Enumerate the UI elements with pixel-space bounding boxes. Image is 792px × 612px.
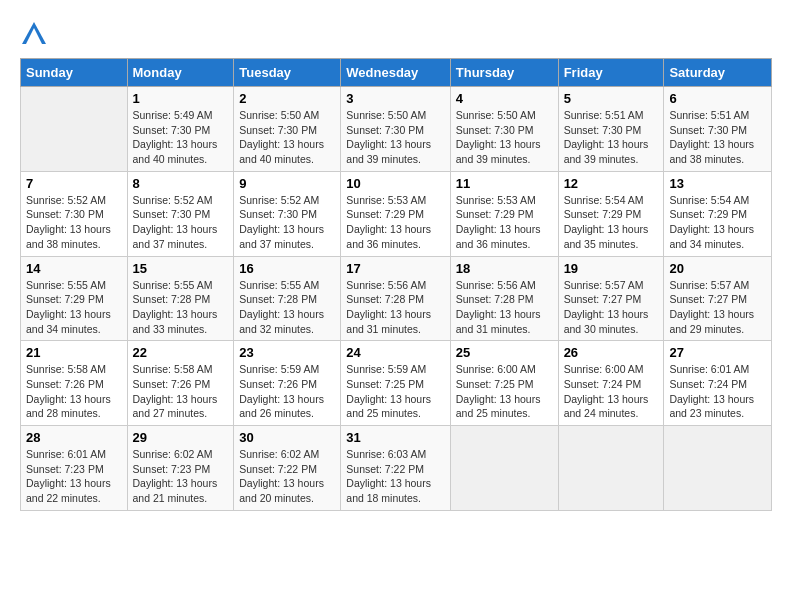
day-info: Sunrise: 5:50 AM Sunset: 7:30 PM Dayligh… bbox=[346, 108, 444, 167]
day-of-week-header: Thursday bbox=[450, 59, 558, 87]
day-info: Sunrise: 6:02 AM Sunset: 7:22 PM Dayligh… bbox=[239, 447, 335, 506]
day-of-week-header: Friday bbox=[558, 59, 664, 87]
day-info: Sunrise: 5:50 AM Sunset: 7:30 PM Dayligh… bbox=[456, 108, 553, 167]
calendar-cell: 19Sunrise: 5:57 AM Sunset: 7:27 PM Dayli… bbox=[558, 256, 664, 341]
calendar-cell: 31Sunrise: 6:03 AM Sunset: 7:22 PM Dayli… bbox=[341, 426, 450, 511]
day-number: 29 bbox=[133, 430, 229, 445]
calendar-cell: 13Sunrise: 5:54 AM Sunset: 7:29 PM Dayli… bbox=[664, 171, 772, 256]
page-header bbox=[20, 20, 772, 48]
calendar-cell: 3Sunrise: 5:50 AM Sunset: 7:30 PM Daylig… bbox=[341, 87, 450, 172]
days-header-row: SundayMondayTuesdayWednesdayThursdayFrid… bbox=[21, 59, 772, 87]
day-info: Sunrise: 5:57 AM Sunset: 7:27 PM Dayligh… bbox=[564, 278, 659, 337]
calendar-cell: 2Sunrise: 5:50 AM Sunset: 7:30 PM Daylig… bbox=[234, 87, 341, 172]
day-number: 12 bbox=[564, 176, 659, 191]
day-number: 22 bbox=[133, 345, 229, 360]
calendar-cell: 10Sunrise: 5:53 AM Sunset: 7:29 PM Dayli… bbox=[341, 171, 450, 256]
day-info: Sunrise: 5:58 AM Sunset: 7:26 PM Dayligh… bbox=[133, 362, 229, 421]
day-info: Sunrise: 6:03 AM Sunset: 7:22 PM Dayligh… bbox=[346, 447, 444, 506]
day-info: Sunrise: 5:53 AM Sunset: 7:29 PM Dayligh… bbox=[346, 193, 444, 252]
day-number: 17 bbox=[346, 261, 444, 276]
calendar-cell: 1Sunrise: 5:49 AM Sunset: 7:30 PM Daylig… bbox=[127, 87, 234, 172]
day-info: Sunrise: 6:00 AM Sunset: 7:24 PM Dayligh… bbox=[564, 362, 659, 421]
day-number: 6 bbox=[669, 91, 766, 106]
day-info: Sunrise: 5:54 AM Sunset: 7:29 PM Dayligh… bbox=[564, 193, 659, 252]
calendar-cell: 15Sunrise: 5:55 AM Sunset: 7:28 PM Dayli… bbox=[127, 256, 234, 341]
day-info: Sunrise: 6:01 AM Sunset: 7:23 PM Dayligh… bbox=[26, 447, 122, 506]
calendar-cell: 17Sunrise: 5:56 AM Sunset: 7:28 PM Dayli… bbox=[341, 256, 450, 341]
day-info: Sunrise: 5:58 AM Sunset: 7:26 PM Dayligh… bbox=[26, 362, 122, 421]
day-info: Sunrise: 5:55 AM Sunset: 7:29 PM Dayligh… bbox=[26, 278, 122, 337]
day-number: 24 bbox=[346, 345, 444, 360]
day-info: Sunrise: 5:56 AM Sunset: 7:28 PM Dayligh… bbox=[346, 278, 444, 337]
calendar-cell: 6Sunrise: 5:51 AM Sunset: 7:30 PM Daylig… bbox=[664, 87, 772, 172]
logo-icon bbox=[20, 20, 48, 48]
day-number: 30 bbox=[239, 430, 335, 445]
day-of-week-header: Wednesday bbox=[341, 59, 450, 87]
calendar-cell: 26Sunrise: 6:00 AM Sunset: 7:24 PM Dayli… bbox=[558, 341, 664, 426]
calendar-cell: 25Sunrise: 6:00 AM Sunset: 7:25 PM Dayli… bbox=[450, 341, 558, 426]
day-number: 26 bbox=[564, 345, 659, 360]
day-number: 16 bbox=[239, 261, 335, 276]
day-of-week-header: Sunday bbox=[21, 59, 128, 87]
day-number: 23 bbox=[239, 345, 335, 360]
day-number: 14 bbox=[26, 261, 122, 276]
calendar-cell: 20Sunrise: 5:57 AM Sunset: 7:27 PM Dayli… bbox=[664, 256, 772, 341]
day-number: 21 bbox=[26, 345, 122, 360]
day-number: 8 bbox=[133, 176, 229, 191]
day-number: 13 bbox=[669, 176, 766, 191]
day-info: Sunrise: 5:50 AM Sunset: 7:30 PM Dayligh… bbox=[239, 108, 335, 167]
calendar-week-row: 28Sunrise: 6:01 AM Sunset: 7:23 PM Dayli… bbox=[21, 426, 772, 511]
day-number: 19 bbox=[564, 261, 659, 276]
day-number: 4 bbox=[456, 91, 553, 106]
calendar-cell: 29Sunrise: 6:02 AM Sunset: 7:23 PM Dayli… bbox=[127, 426, 234, 511]
calendar-cell: 8Sunrise: 5:52 AM Sunset: 7:30 PM Daylig… bbox=[127, 171, 234, 256]
day-info: Sunrise: 6:02 AM Sunset: 7:23 PM Dayligh… bbox=[133, 447, 229, 506]
day-number: 18 bbox=[456, 261, 553, 276]
calendar-cell: 7Sunrise: 5:52 AM Sunset: 7:30 PM Daylig… bbox=[21, 171, 128, 256]
calendar-cell: 16Sunrise: 5:55 AM Sunset: 7:28 PM Dayli… bbox=[234, 256, 341, 341]
day-number: 31 bbox=[346, 430, 444, 445]
day-of-week-header: Monday bbox=[127, 59, 234, 87]
day-number: 10 bbox=[346, 176, 444, 191]
day-number: 28 bbox=[26, 430, 122, 445]
calendar-cell: 5Sunrise: 5:51 AM Sunset: 7:30 PM Daylig… bbox=[558, 87, 664, 172]
calendar-cell: 27Sunrise: 6:01 AM Sunset: 7:24 PM Dayli… bbox=[664, 341, 772, 426]
day-info: Sunrise: 5:55 AM Sunset: 7:28 PM Dayligh… bbox=[239, 278, 335, 337]
day-number: 1 bbox=[133, 91, 229, 106]
day-info: Sunrise: 5:49 AM Sunset: 7:30 PM Dayligh… bbox=[133, 108, 229, 167]
day-info: Sunrise: 5:56 AM Sunset: 7:28 PM Dayligh… bbox=[456, 278, 553, 337]
day-info: Sunrise: 5:52 AM Sunset: 7:30 PM Dayligh… bbox=[133, 193, 229, 252]
day-info: Sunrise: 5:57 AM Sunset: 7:27 PM Dayligh… bbox=[669, 278, 766, 337]
day-number: 25 bbox=[456, 345, 553, 360]
day-info: Sunrise: 5:54 AM Sunset: 7:29 PM Dayligh… bbox=[669, 193, 766, 252]
calendar-cell: 14Sunrise: 5:55 AM Sunset: 7:29 PM Dayli… bbox=[21, 256, 128, 341]
calendar-cell: 30Sunrise: 6:02 AM Sunset: 7:22 PM Dayli… bbox=[234, 426, 341, 511]
day-info: Sunrise: 6:00 AM Sunset: 7:25 PM Dayligh… bbox=[456, 362, 553, 421]
calendar-cell: 9Sunrise: 5:52 AM Sunset: 7:30 PM Daylig… bbox=[234, 171, 341, 256]
day-of-week-header: Tuesday bbox=[234, 59, 341, 87]
day-number: 9 bbox=[239, 176, 335, 191]
day-of-week-header: Saturday bbox=[664, 59, 772, 87]
calendar-cell: 28Sunrise: 6:01 AM Sunset: 7:23 PM Dayli… bbox=[21, 426, 128, 511]
calendar-cell: 22Sunrise: 5:58 AM Sunset: 7:26 PM Dayli… bbox=[127, 341, 234, 426]
calendar-cell: 11Sunrise: 5:53 AM Sunset: 7:29 PM Dayli… bbox=[450, 171, 558, 256]
calendar-cell: 23Sunrise: 5:59 AM Sunset: 7:26 PM Dayli… bbox=[234, 341, 341, 426]
day-number: 5 bbox=[564, 91, 659, 106]
calendar-cell: 18Sunrise: 5:56 AM Sunset: 7:28 PM Dayli… bbox=[450, 256, 558, 341]
calendar-week-row: 7Sunrise: 5:52 AM Sunset: 7:30 PM Daylig… bbox=[21, 171, 772, 256]
calendar-cell bbox=[450, 426, 558, 511]
day-number: 3 bbox=[346, 91, 444, 106]
day-number: 2 bbox=[239, 91, 335, 106]
day-info: Sunrise: 5:52 AM Sunset: 7:30 PM Dayligh… bbox=[26, 193, 122, 252]
calendar-cell bbox=[21, 87, 128, 172]
calendar-week-row: 21Sunrise: 5:58 AM Sunset: 7:26 PM Dayli… bbox=[21, 341, 772, 426]
day-number: 27 bbox=[669, 345, 766, 360]
calendar-cell: 24Sunrise: 5:59 AM Sunset: 7:25 PM Dayli… bbox=[341, 341, 450, 426]
day-info: Sunrise: 5:51 AM Sunset: 7:30 PM Dayligh… bbox=[564, 108, 659, 167]
calendar-cell: 12Sunrise: 5:54 AM Sunset: 7:29 PM Dayli… bbox=[558, 171, 664, 256]
day-info: Sunrise: 5:53 AM Sunset: 7:29 PM Dayligh… bbox=[456, 193, 553, 252]
logo bbox=[20, 20, 52, 48]
calendar-cell bbox=[664, 426, 772, 511]
day-info: Sunrise: 5:52 AM Sunset: 7:30 PM Dayligh… bbox=[239, 193, 335, 252]
day-info: Sunrise: 5:59 AM Sunset: 7:26 PM Dayligh… bbox=[239, 362, 335, 421]
